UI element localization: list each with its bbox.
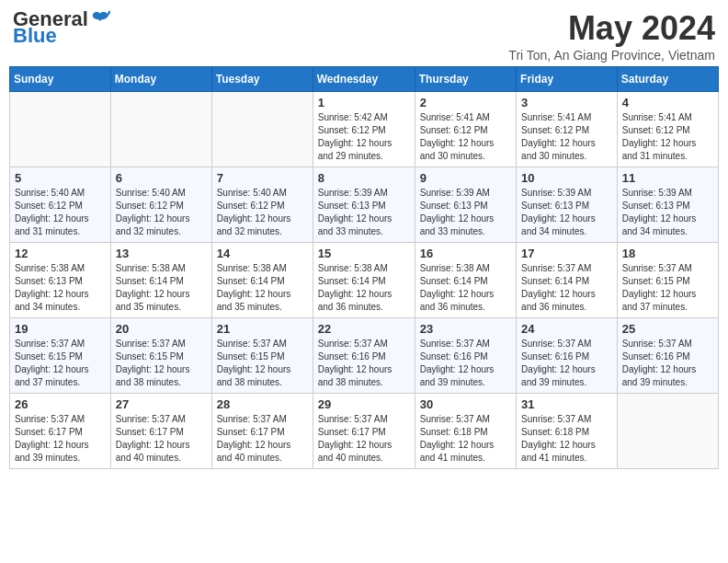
- calendar-cell: 23Sunrise: 5:37 AM Sunset: 6:16 PM Dayli…: [415, 318, 516, 394]
- calendar-cell: 30Sunrise: 5:37 AM Sunset: 6:18 PM Dayli…: [415, 394, 516, 469]
- day-number: 18: [622, 247, 713, 260]
- day-info: Sunrise: 5:37 AM Sunset: 6:17 PM Dayligh…: [217, 413, 308, 465]
- title-area: May 2024 Tri Ton, An Giang Province, Vie…: [508, 9, 715, 63]
- day-info: Sunrise: 5:37 AM Sunset: 6:16 PM Dayligh…: [622, 338, 713, 389]
- day-info: Sunrise: 5:42 AM Sunset: 6:12 PM Dayligh…: [318, 111, 410, 163]
- month-title: May 2024: [508, 9, 715, 48]
- calendar-cell: 15Sunrise: 5:38 AM Sunset: 6:14 PM Dayli…: [313, 243, 415, 318]
- calendar-week-row: 19Sunrise: 5:37 AM Sunset: 6:15 PM Dayli…: [10, 318, 719, 394]
- day-info: Sunrise: 5:37 AM Sunset: 6:17 PM Dayligh…: [318, 413, 410, 465]
- calendar-cell: 20Sunrise: 5:37 AM Sunset: 6:15 PM Dayli…: [110, 318, 211, 394]
- weekday-header-thursday: Thursday: [415, 67, 516, 92]
- day-info: Sunrise: 5:37 AM Sunset: 6:17 PM Dayligh…: [15, 413, 106, 465]
- day-info: Sunrise: 5:37 AM Sunset: 6:18 PM Dayligh…: [420, 413, 511, 465]
- calendar-cell: 21Sunrise: 5:37 AM Sunset: 6:15 PM Dayli…: [211, 318, 313, 394]
- day-info: Sunrise: 5:37 AM Sunset: 6:15 PM Dayligh…: [217, 338, 308, 389]
- page-header: General Blue May 2024 Tri Ton, An Giang …: [9, 9, 719, 63]
- weekday-header-friday: Friday: [517, 67, 618, 92]
- location: Tri Ton, An Giang Province, Vietnam: [508, 48, 715, 63]
- calendar-cell: 31Sunrise: 5:37 AM Sunset: 6:18 PM Dayli…: [517, 394, 618, 469]
- calendar-cell: 10Sunrise: 5:39 AM Sunset: 6:13 PM Dayli…: [517, 167, 618, 243]
- calendar-cell: 28Sunrise: 5:37 AM Sunset: 6:17 PM Dayli…: [211, 394, 313, 469]
- day-number: 19: [15, 322, 106, 336]
- calendar-cell: 9Sunrise: 5:39 AM Sunset: 6:13 PM Daylig…: [415, 167, 516, 243]
- calendar-cell: [617, 394, 718, 469]
- day-info: Sunrise: 5:39 AM Sunset: 6:13 PM Dayligh…: [622, 187, 713, 238]
- day-info: Sunrise: 5:38 AM Sunset: 6:13 PM Dayligh…: [15, 262, 106, 314]
- calendar-cell: [211, 92, 313, 167]
- day-info: Sunrise: 5:40 AM Sunset: 6:12 PM Dayligh…: [15, 187, 106, 238]
- calendar-cell: 19Sunrise: 5:37 AM Sunset: 6:15 PM Dayli…: [10, 318, 111, 394]
- day-number: 25: [622, 322, 713, 336]
- calendar-cell: 11Sunrise: 5:39 AM Sunset: 6:13 PM Dayli…: [617, 167, 718, 243]
- weekday-header-monday: Monday: [110, 67, 211, 92]
- calendar-cell: 8Sunrise: 5:39 AM Sunset: 6:13 PM Daylig…: [313, 167, 415, 243]
- day-info: Sunrise: 5:39 AM Sunset: 6:13 PM Dayligh…: [318, 187, 410, 238]
- day-info: Sunrise: 5:37 AM Sunset: 6:14 PM Dayligh…: [521, 262, 612, 314]
- day-number: 20: [116, 322, 207, 336]
- calendar-week-row: 5Sunrise: 5:40 AM Sunset: 6:12 PM Daylig…: [10, 167, 719, 243]
- calendar-cell: 6Sunrise: 5:40 AM Sunset: 6:12 PM Daylig…: [110, 167, 211, 243]
- day-info: Sunrise: 5:38 AM Sunset: 6:14 PM Dayligh…: [217, 262, 308, 314]
- calendar-cell: 5Sunrise: 5:40 AM Sunset: 6:12 PM Daylig…: [10, 167, 111, 243]
- day-info: Sunrise: 5:39 AM Sunset: 6:13 PM Dayligh…: [521, 187, 612, 238]
- day-number: 1: [318, 96, 410, 109]
- calendar-week-row: 1Sunrise: 5:42 AM Sunset: 6:12 PM Daylig…: [10, 92, 719, 167]
- day-number: 26: [15, 397, 106, 411]
- day-number: 11: [622, 171, 713, 185]
- day-number: 9: [420, 171, 511, 185]
- day-number: 7: [217, 171, 308, 185]
- calendar-cell: 2Sunrise: 5:41 AM Sunset: 6:12 PM Daylig…: [415, 92, 516, 167]
- calendar-cell: 25Sunrise: 5:37 AM Sunset: 6:16 PM Dayli…: [617, 318, 718, 394]
- day-number: 29: [318, 397, 410, 411]
- day-number: 5: [15, 171, 106, 185]
- weekday-header-wednesday: Wednesday: [313, 67, 415, 92]
- day-info: Sunrise: 5:37 AM Sunset: 6:16 PM Dayligh…: [521, 338, 612, 389]
- day-info: Sunrise: 5:39 AM Sunset: 6:13 PM Dayligh…: [420, 187, 511, 238]
- day-info: Sunrise: 5:40 AM Sunset: 6:12 PM Dayligh…: [116, 187, 207, 238]
- day-number: 16: [420, 247, 511, 260]
- weekday-header-sunday: Sunday: [10, 67, 111, 92]
- day-info: Sunrise: 5:37 AM Sunset: 6:16 PM Dayligh…: [318, 338, 410, 389]
- day-number: 14: [217, 247, 308, 260]
- day-number: 31: [521, 397, 612, 411]
- calendar-cell: 7Sunrise: 5:40 AM Sunset: 6:12 PM Daylig…: [211, 167, 313, 243]
- day-info: Sunrise: 5:37 AM Sunset: 6:17 PM Dayligh…: [116, 413, 207, 465]
- calendar-table: SundayMondayTuesdayWednesdayThursdayFrid…: [9, 66, 719, 469]
- calendar-cell: 27Sunrise: 5:37 AM Sunset: 6:17 PM Dayli…: [110, 394, 211, 469]
- calendar-cell: 12Sunrise: 5:38 AM Sunset: 6:13 PM Dayli…: [10, 243, 111, 318]
- day-number: 4: [622, 96, 713, 109]
- day-number: 24: [521, 322, 612, 336]
- calendar-cell: 29Sunrise: 5:37 AM Sunset: 6:17 PM Dayli…: [313, 394, 415, 469]
- calendar-week-row: 12Sunrise: 5:38 AM Sunset: 6:13 PM Dayli…: [10, 243, 719, 318]
- day-info: Sunrise: 5:38 AM Sunset: 6:14 PM Dayligh…: [318, 262, 410, 314]
- calendar-cell: 4Sunrise: 5:41 AM Sunset: 6:12 PM Daylig…: [617, 92, 718, 167]
- calendar-cell: 1Sunrise: 5:42 AM Sunset: 6:12 PM Daylig…: [313, 92, 415, 167]
- day-number: 6: [116, 171, 207, 185]
- day-info: Sunrise: 5:37 AM Sunset: 6:18 PM Dayligh…: [521, 413, 612, 465]
- calendar-cell: 17Sunrise: 5:37 AM Sunset: 6:14 PM Dayli…: [517, 243, 618, 318]
- weekday-header-tuesday: Tuesday: [211, 67, 313, 92]
- calendar-cell: 22Sunrise: 5:37 AM Sunset: 6:16 PM Dayli…: [313, 318, 415, 394]
- day-info: Sunrise: 5:37 AM Sunset: 6:16 PM Dayligh…: [420, 338, 511, 389]
- day-info: Sunrise: 5:38 AM Sunset: 6:14 PM Dayligh…: [116, 262, 207, 314]
- day-number: 28: [217, 397, 308, 411]
- day-number: 12: [15, 247, 106, 260]
- day-info: Sunrise: 5:37 AM Sunset: 6:15 PM Dayligh…: [15, 338, 106, 389]
- calendar-week-row: 26Sunrise: 5:37 AM Sunset: 6:17 PM Dayli…: [10, 394, 719, 469]
- day-info: Sunrise: 5:37 AM Sunset: 6:15 PM Dayligh…: [622, 262, 713, 314]
- calendar-cell: 16Sunrise: 5:38 AM Sunset: 6:14 PM Dayli…: [415, 243, 516, 318]
- day-number: 22: [318, 322, 410, 336]
- logo: General Blue: [13, 9, 110, 46]
- day-number: 17: [521, 247, 612, 260]
- logo-blue: Blue: [13, 26, 110, 46]
- day-info: Sunrise: 5:41 AM Sunset: 6:12 PM Dayligh…: [521, 111, 612, 163]
- day-number: 2: [420, 96, 511, 109]
- day-number: 10: [521, 171, 612, 185]
- day-number: 3: [521, 96, 612, 109]
- day-number: 30: [420, 397, 511, 411]
- day-info: Sunrise: 5:37 AM Sunset: 6:15 PM Dayligh…: [116, 338, 207, 389]
- day-number: 21: [217, 322, 308, 336]
- calendar-cell: [10, 92, 111, 167]
- calendar-cell: 18Sunrise: 5:37 AM Sunset: 6:15 PM Dayli…: [617, 243, 718, 318]
